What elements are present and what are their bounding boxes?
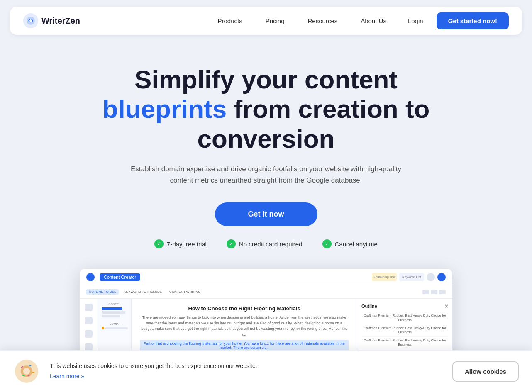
nav-pricing[interactable]: Pricing — [254, 14, 296, 28]
mock-toolbar-btn-2 — [431, 290, 437, 294]
navbar: WriterZen Products Pricing Resources Abo… — [10, 7, 522, 35]
logo-icon — [23, 13, 38, 28]
mock-settings-icon — [427, 273, 435, 281]
hero-subtitle: Establish domain expertise and drive org… — [125, 163, 407, 186]
hero-section: Simplify your content blueprints from cr… — [0, 41, 532, 382]
badge-cancel: ✓ Cancel anytime — [322, 239, 378, 248]
mock-writing-tab: CONTENT WRITING — [167, 289, 203, 295]
svg-point-2 — [29, 19, 32, 22]
mock-left-label: Conte... — [102, 303, 128, 306]
hero-title-part1: Simplify your content — [134, 65, 398, 94]
mock-panel-item-3: Craftman Premium Rubber: Best Heavy-Duty… — [361, 337, 448, 349]
get-started-button[interactable]: Get started now! — [437, 12, 509, 29]
mock-sidebar-icon-1 — [85, 304, 93, 311]
badge-trial: ✓ 7-day free trial — [154, 239, 207, 248]
nav-about[interactable]: About Us — [349, 14, 398, 28]
mock-comp-label: Comp... — [102, 322, 128, 325]
cookie-message-text: This website uses cookies to ensure you … — [50, 363, 257, 369]
nav-resources[interactable]: Resources — [296, 14, 349, 28]
cookie-banner: This website uses cookies to ensure you … — [0, 350, 532, 392]
check-icon-card: ✓ — [227, 239, 236, 248]
mock-panel-header: Outline × — [361, 303, 448, 309]
mock-outline-tab: OUTLINE TO USE — [86, 289, 119, 295]
mock-keyword-list: Keyword List — [399, 273, 424, 281]
nav-products[interactable]: Products — [206, 14, 254, 28]
cookie-donut-icon — [13, 358, 40, 385]
badge-card: ✓ No credit card required — [227, 239, 303, 248]
mock-comp-dot — [102, 327, 128, 329]
badge-card-text: No credit card required — [239, 241, 303, 248]
mock-panel-close: × — [445, 303, 448, 309]
mock-tab-content-creator: Content Creator — [100, 273, 140, 281]
mock-keyword-tab: KEYWORD TO INCLUDE — [121, 289, 164, 295]
logo-text: WriterZen — [41, 16, 80, 26]
mock-toolbar-btn-1 — [422, 290, 429, 294]
mock-toolbar-btn-3 — [439, 290, 446, 294]
mock-toolbar: OUTLINE TO USE KEYWORD TO INCLUDE CONTEN… — [80, 285, 452, 299]
mock-article-text: There are indeed so many things to look … — [140, 315, 349, 337]
mock-left-item-1 — [102, 307, 122, 310]
cookie-learn-more-text: Learn more » — [50, 372, 84, 381]
svg-point-5 — [23, 368, 30, 375]
badge-trial-text: 7-day free trial — [167, 241, 207, 248]
hero-title-highlight: blueprints — [102, 95, 227, 123]
cookie-message-area: This website uses cookies to ensure you … — [50, 362, 442, 381]
mock-panel-title-text: Outline — [361, 304, 377, 309]
hero-badges: ✓ 7-day free trial ✓ No credit card requ… — [10, 239, 522, 248]
cookie-learn-more-link[interactable]: Learn more » — [50, 372, 442, 381]
mock-sidebar-icon-2 — [85, 317, 93, 324]
hero-cta-button[interactable]: Get it now — [215, 202, 317, 226]
mock-topbar: Content Creator Remaining limit Keyword … — [80, 269, 452, 285]
mock-panel-item-1: Craftman Premium Rubber: Best Heavy-Duty… — [361, 312, 448, 324]
mock-sidebar-icon-3 — [85, 330, 93, 338]
check-icon-trial: ✓ — [154, 239, 164, 248]
badge-cancel-text: Cancel anytime — [335, 241, 378, 248]
mock-avatar — [437, 273, 446, 281]
hero-title-part2: from creation to conversion — [198, 95, 430, 153]
logo-link[interactable]: WriterZen — [23, 13, 80, 28]
mock-left-item-3 — [102, 315, 120, 317]
mock-left-item-2 — [102, 311, 125, 314]
mock-panel-item-2: Craftman Premium Rubber: Best Heavy-Duty… — [361, 324, 448, 337]
hero-title: Simplify your content blueprints from cr… — [79, 65, 453, 153]
mock-remaining-label: Remaining limit — [372, 273, 397, 281]
allow-cookies-button[interactable]: Allow cookies — [452, 361, 519, 382]
mock-logo-icon — [86, 273, 95, 281]
check-icon-cancel: ✓ — [322, 239, 332, 248]
mock-article-title: How to Choose the Right Flooring Materia… — [140, 305, 349, 312]
mock-left-items — [102, 307, 128, 317]
login-button[interactable]: Login — [398, 14, 433, 28]
nav-links: Products Pricing Resources About Us — [206, 14, 398, 28]
